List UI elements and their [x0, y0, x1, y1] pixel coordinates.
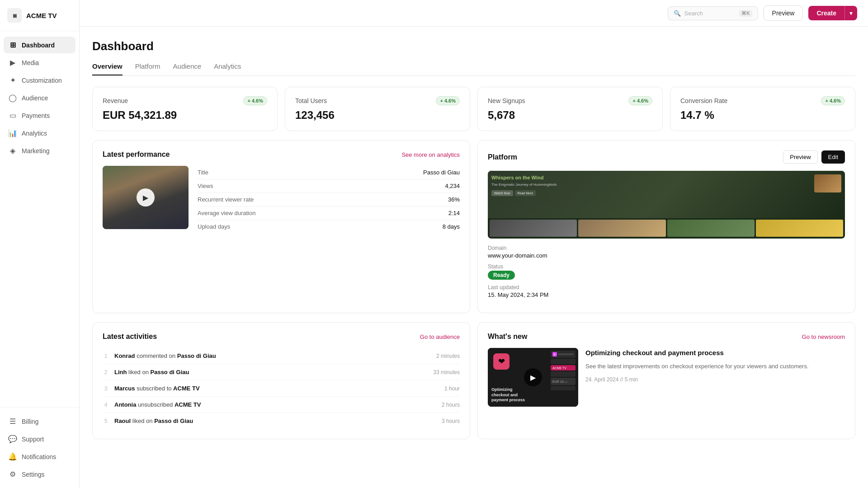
perf-key-upload: Upload days — [198, 223, 230, 230]
bottom-row: Latest activities Go to audience 1 Konra… — [92, 322, 855, 439]
status-badge: Ready — [488, 271, 515, 280]
list-item: 5 Raoul liked on Passo di Giau 3 hours — [103, 413, 460, 429]
sidebar-item-audience[interactable]: ◯ Audience — [4, 89, 75, 106]
perf-val-recurrent: 36% — [448, 196, 460, 203]
latest-performance-card: Latest performance See more on analytics… — [92, 140, 470, 313]
platform-updated-value: 15. May 2024, 2:34 PM — [488, 291, 845, 298]
perf-val-views: 4,234 — [445, 183, 460, 189]
sidebar-item-media[interactable]: ▶ Media — [4, 54, 75, 71]
media-icon: ▶ — [8, 58, 17, 67]
activity-text-2: Marcus subscribed to ACME TV — [114, 385, 439, 392]
sidebar-item-notifications[interactable]: 🔔 Notifications — [4, 448, 75, 465]
create-button[interactable]: Create — [808, 6, 844, 20]
tab-audience[interactable]: Audience — [173, 62, 202, 75]
sidebar-item-billing[interactable]: ☰ Billing — [4, 413, 75, 430]
stat-value-users: 123,456 — [295, 109, 460, 122]
perf-row-upload: Upload days 8 days — [198, 220, 460, 233]
page-title: Dashboard — [92, 39, 855, 53]
platform-status-label: Status — [488, 263, 845, 270]
preview-button[interactable]: Preview — [764, 5, 803, 21]
perf-key-recurrent: Recurrent viewer rate — [198, 196, 254, 203]
sidebar-item-analytics[interactable]: 📊 Analytics — [4, 125, 75, 141]
performance-title: Latest performance — [103, 150, 170, 159]
sidebar-item-customization[interactable]: ✦ Customization — [4, 72, 75, 89]
settings-icon: ⚙ — [8, 470, 17, 479]
create-button-group: Create ▾ — [808, 6, 857, 20]
billing-icon: ☰ — [8, 417, 17, 426]
sidebar-label-support: Support — [22, 436, 44, 443]
platform-title: Platform — [488, 153, 517, 161]
performance-content: ▶ Title Passo di Giau Views 4,234 Recurr… — [103, 166, 460, 233]
perf-row-recurrent: Recurrent viewer rate 36% — [198, 193, 460, 206]
platform-preview-button[interactable]: Preview — [783, 150, 817, 164]
perf-val-upload: 8 days — [443, 223, 460, 230]
sidebar-bottom: ☰ Billing 💬 Support 🔔 Notifications ⚙ Se… — [0, 407, 79, 488]
list-item: 1 Konrad commented on Passo di Giau 2 mi… — [103, 348, 460, 364]
search-box[interactable]: 🔍 Search ⌘K — [668, 6, 758, 20]
app-name: ACME TV — [26, 12, 57, 19]
activities-link[interactable]: Go to audience — [420, 333, 460, 340]
activity-text-4: Raoul liked on Passo di Giau — [114, 418, 436, 424]
activity-time-2: 1 hour — [444, 385, 460, 392]
news-brand-icon: ❤ — [493, 353, 509, 370]
sidebar-nav: ⊞ Dashboard ▶ Media ✦ Customization ◯ Au… — [0, 31, 79, 407]
activity-time-4: 3 hours — [442, 418, 460, 424]
performance-header: Latest performance See more on analytics — [103, 150, 460, 159]
activities-title: Latest activities — [103, 333, 157, 341]
sidebar-item-support[interactable]: 💬 Support — [4, 431, 75, 447]
sidebar-item-marketing[interactable]: ◈ Marketing — [4, 142, 75, 159]
sidebar-item-payments[interactable]: ▭ Payments — [4, 107, 75, 124]
audience-icon: ◯ — [8, 94, 17, 102]
news-thumbnail: ❤ K ACME TV EUR 14.— Optim — [488, 348, 578, 407]
news-article-meta: 24. April 2024 // 5 min — [585, 376, 845, 383]
sidebar-label-audience: Audience — [22, 94, 48, 102]
platform-preview-image: Whispers on the Wind The Enigmatic Journ… — [488, 171, 845, 239]
tab-analytics[interactable]: Analytics — [214, 62, 241, 75]
stat-label-signups: New Signups — [488, 97, 525, 104]
platform-edit-button[interactable]: Edit — [821, 150, 845, 164]
sidebar-label-media: Media — [22, 59, 39, 66]
stat-card-signups: New Signups + 4.6% 5,678 — [477, 87, 663, 131]
activity-time-3: 2 hours — [442, 402, 460, 408]
play-button[interactable]: ▶ — [137, 188, 155, 206]
sidebar-label-notifications: Notifications — [22, 453, 56, 460]
create-dropdown-button[interactable]: ▾ — [844, 6, 857, 20]
activities-header: Latest activities Go to audience — [103, 333, 460, 341]
news-play-button[interactable]: ▶ — [524, 368, 542, 386]
sidebar-label-dashboard: Dashboard — [22, 42, 55, 49]
stat-label-conversion: Conversion Rate — [680, 97, 727, 104]
activity-text-3: Antonia unsubscribed ACME TV — [114, 401, 436, 408]
whats-new-card: What's new Go to newsroom ❤ K A — [477, 322, 855, 439]
search-kbd: ⌘K — [739, 10, 752, 17]
stats-row: Revenue + 4.6% EUR 54,321.89 Total Users… — [92, 87, 855, 131]
stat-value-signups: 5,678 — [488, 109, 652, 122]
whats-new-header: What's new Go to newsroom — [488, 333, 845, 341]
stat-value-revenue: EUR 54,321.89 — [103, 109, 267, 122]
whats-new-link[interactable]: Go to newsroom — [802, 333, 845, 340]
whats-new-title: What's new — [488, 333, 527, 341]
platform-updated-row: Last updated 15. May 2024, 2:34 PM — [488, 284, 845, 298]
news-info: Optimizing checkout and payment process … — [585, 348, 845, 383]
perf-val-duration: 2:14 — [448, 210, 460, 216]
stat-card-revenue: Revenue + 4.6% EUR 54,321.89 — [92, 87, 278, 131]
platform-domain-value: www.your-domain.com — [488, 252, 845, 259]
tab-overview[interactable]: Overview — [92, 62, 123, 75]
news-overlay-text: Optimizing checkout and payment process — [491, 387, 528, 403]
stat-badge-users: + 4.6% — [436, 96, 460, 105]
content-area: Dashboard Overview Platform Audience Ana… — [80, 27, 868, 452]
sidebar-item-settings[interactable]: ⚙ Settings — [4, 466, 75, 483]
perf-key-duration: Average view duration — [198, 210, 255, 216]
performance-link[interactable]: See more on analytics — [401, 151, 460, 158]
platform-domain-label: Domain — [488, 245, 845, 251]
analytics-icon: 📊 — [8, 129, 17, 137]
stat-label-users: Total Users — [295, 97, 327, 104]
payments-icon: ▭ — [8, 111, 17, 120]
tab-platform[interactable]: Platform — [135, 62, 160, 75]
sidebar-item-dashboard[interactable]: ⊞ Dashboard — [4, 37, 75, 53]
stat-card-users: Total Users + 4.6% 123,456 — [285, 87, 470, 131]
stat-badge-conversion: + 4.6% — [821, 96, 845, 105]
search-placeholder: Search — [684, 10, 703, 17]
perf-key-title: Title — [198, 169, 208, 176]
platform-buttons: Preview Edit — [783, 150, 845, 164]
platform-header: Platform Preview Edit — [488, 150, 845, 164]
